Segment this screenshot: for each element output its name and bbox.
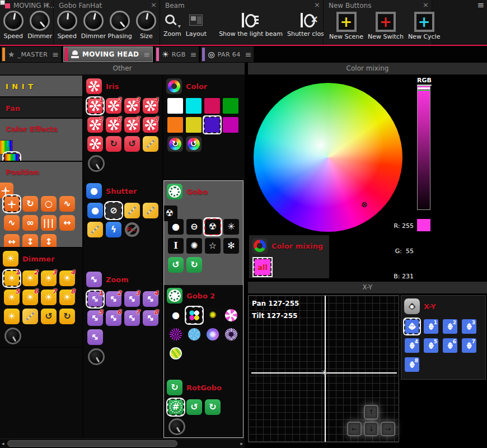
xy-cross-tile[interactable]: ↔↕1 <box>424 319 438 334</box>
aperture-tile[interactable]: 1 <box>87 98 103 114</box>
tab-menu-icon[interactable]: ≡ <box>52 50 59 59</box>
fader-tile[interactable] <box>87 222 103 237</box>
arrow-key-up[interactable]: ↑ <box>364 405 378 419</box>
dots4-tile[interactable] <box>186 307 202 323</box>
new-switch-button[interactable]: +New Switch <box>368 12 404 40</box>
xy-cross-tile[interactable]: ↔↕ <box>405 319 419 334</box>
pan-tilt-grid[interactable]: Pan 127-255 Tilt 127-255 ✳ ↑←↓→ <box>248 295 399 442</box>
all-color-preset[interactable]: all <box>254 259 271 276</box>
xy-cross-tile[interactable]: ↔↕4 <box>405 338 419 353</box>
zoom-arrow-tile[interactable]: ↔ <box>87 329 103 345</box>
phasing-knob[interactable] <box>110 11 130 31</box>
speed-knob[interactable] <box>57 11 77 31</box>
scroll-right-icon[interactable]: ▸ <box>240 441 243 446</box>
dots-ring-tile[interactable]: ✳ <box>223 219 239 235</box>
aperture-tile[interactable] <box>87 136 103 152</box>
xy-cross-tile[interactable]: ↔↕7 <box>462 338 476 353</box>
tab-menu-icon[interactable]: ≡ <box>143 50 150 59</box>
color-header-icon[interactable] <box>166 78 182 94</box>
zoom-tool[interactable]: ▾Zoom <box>163 11 181 38</box>
circle-f-tile[interactable]: ● <box>87 203 103 218</box>
gobo-fanhat-panel-close-icon[interactable]: × <box>151 1 157 9</box>
v-move-arrow-tile[interactable]: ↕ <box>41 234 57 248</box>
aperture-tile[interactable]: 4 <box>143 98 158 114</box>
arrow-key-down[interactable]: ↓ <box>364 422 378 436</box>
rot-cw-tile[interactable]: ↻ <box>59 309 75 324</box>
sun-tile[interactable]: ☀8 <box>59 290 75 305</box>
g2-swirl-tile[interactable] <box>205 326 221 342</box>
i-beam-tile[interactable]: I <box>168 238 184 254</box>
g2-rays-tile[interactable] <box>168 326 184 342</box>
infinity-tile[interactable]: ∞ <box>22 215 38 231</box>
g2-cyan-tile[interactable] <box>186 326 202 342</box>
aperture-tile[interactable]: 3 <box>124 98 140 114</box>
sun-tile[interactable]: ☀ <box>4 309 20 324</box>
g2-pink-tile[interactable] <box>223 307 239 323</box>
xy-cross-tile[interactable]: ↔↕5 <box>424 338 438 353</box>
zoom-knob[interactable] <box>88 348 105 365</box>
zoom-arrow-tile[interactable]: ↔6 <box>106 310 121 326</box>
wheel-ccw-tile[interactable] <box>186 136 202 152</box>
rotgobo-header-icon[interactable]: ↻ <box>167 380 182 395</box>
sun-tile[interactable]: ☀5 <box>4 290 20 305</box>
pinwheel-tile[interactable]: ✺ <box>186 238 202 254</box>
rot-cw-tile[interactable]: ↻ <box>106 136 121 152</box>
speed-knob[interactable] <box>3 11 24 31</box>
zoom-arrow-tile[interactable]: ↔2 <box>106 291 121 307</box>
arrow-key-left[interactable]: ← <box>347 422 362 436</box>
color-swatch-yellow[interactable] <box>186 117 202 133</box>
xy-cross-tile[interactable]: ↔↕8 <box>405 357 419 372</box>
zoom-header-icon[interactable]: ↔ <box>86 272 102 287</box>
fan-label[interactable]: Fan <box>0 97 82 113</box>
iris-header-icon[interactable] <box>86 78 102 94</box>
scroll-left-icon[interactable]: ◂ <box>2 441 4 446</box>
dimmer-knob[interactable] <box>30 11 50 31</box>
zoom-arrow-tile[interactable]: ↔1 <box>87 291 103 307</box>
stars-tile[interactable]: ✻ <box>223 238 239 254</box>
color-label[interactable]: Color <box>186 82 207 91</box>
color-effects-label[interactable]: Color Effects <box>6 125 58 133</box>
rotgobo-label[interactable]: RotGobo <box>186 384 222 392</box>
v-move-tile[interactable]: ↕ <box>22 234 38 248</box>
bars-tile[interactable]: ||| <box>41 215 57 231</box>
color-swatch-orange[interactable] <box>167 117 183 133</box>
arrow-key-right[interactable]: → <box>381 422 395 436</box>
color-swatch-green[interactable] <box>223 98 238 114</box>
show-light-beam-tool[interactable]: Show the light beam <box>219 11 283 38</box>
pan-tilt-marker-icon[interactable]: ✳ <box>321 368 327 377</box>
h-move-tile[interactable]: ↔ <box>4 234 20 248</box>
circle-arrow-tile[interactable]: ↻ <box>22 196 38 212</box>
rot-cw-tile[interactable]: ↻ <box>186 257 202 273</box>
gobo2-label[interactable]: Gobo 2 <box>186 292 215 300</box>
g2-ball-tile[interactable] <box>168 346 184 361</box>
aperture-tile[interactable]: 5 <box>87 117 103 133</box>
gobo-label[interactable]: Gobo <box>186 188 208 196</box>
position-label[interactable]: Position <box>6 168 39 176</box>
fan-tile[interactable]: ☢ <box>205 219 221 235</box>
new-scene-button[interactable]: +New Scene <box>329 12 363 40</box>
beam-panel-close-icon[interactable]: × <box>314 1 320 9</box>
fixture-tab-rgb[interactable]: ☀RGB≡ <box>155 46 199 62</box>
xy-cross-tile[interactable]: ↔↕2 <box>443 319 457 334</box>
iris-label[interactable]: Iris <box>106 82 119 91</box>
iris-knob[interactable] <box>88 155 105 172</box>
gobo-header-icon[interactable] <box>167 184 182 199</box>
rot-ccw-tile[interactable]: ↺ <box>41 309 57 324</box>
shutter-label[interactable]: Shutter <box>106 187 137 195</box>
fixture-tab-master[interactable]: ★_MASTER≡ <box>1 46 61 62</box>
size-knob[interactable] <box>136 11 156 31</box>
fader-tile[interactable] <box>22 309 38 324</box>
color-swatch-pink[interactable] <box>204 98 220 114</box>
wheel-cw-tile[interactable] <box>167 136 183 152</box>
aperture-tile[interactable]: 7 <box>124 117 140 133</box>
zoom-arrow-tile[interactable]: ↔7 <box>124 310 140 326</box>
horizontal-scrollbar[interactable]: ◂ ▸ <box>0 438 245 448</box>
fl-tile[interactable]: Fl... <box>124 222 140 237</box>
sun-tile[interactable]: ☀6 <box>22 290 38 305</box>
lightning-tile[interactable]: ϟ <box>106 222 121 237</box>
rot-ccw-tile[interactable]: ↺ <box>124 136 140 152</box>
sun-tile[interactable]: ☀1 <box>4 270 20 286</box>
moving-head-panel-close-icon[interactable]: × <box>44 1 50 9</box>
dimmer-header-icon[interactable]: ☀ <box>3 251 18 267</box>
scrollbar-thumb[interactable] <box>7 440 177 447</box>
